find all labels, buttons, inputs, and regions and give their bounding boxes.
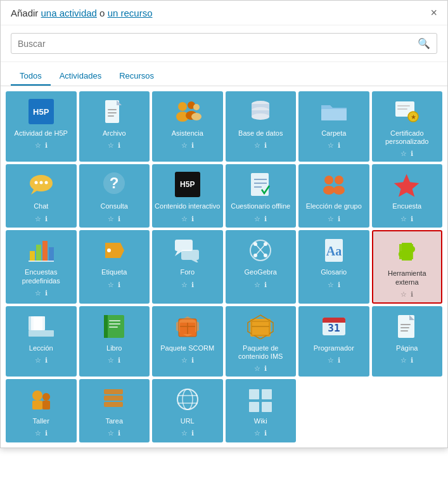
info-glosario[interactable]: ℹ	[338, 281, 340, 289]
item-base-datos[interactable]: Base de datos ☆ ℹ	[226, 91, 297, 162]
star-geogebra[interactable]: ☆	[254, 281, 260, 289]
item-h5p[interactable]: H5P Actividad de H5P ☆ ℹ	[6, 91, 77, 162]
item-encuesta[interactable]: Encuesta ☆ ℹ	[372, 164, 443, 228]
item-paquete-scorm[interactable]: Paquete SCORM ☆ ℹ	[152, 306, 223, 377]
item-cuestionario-offline[interactable]: Cuestionario offline ☆ ℹ	[226, 164, 297, 228]
star-certificado[interactable]: ☆	[400, 150, 407, 158]
star-ims[interactable]: ☆	[254, 364, 260, 373]
item-actions-cuestionario: ☆ ℹ	[254, 215, 267, 223]
star-herramienta[interactable]: ☆	[400, 290, 407, 299]
certificate-icon: ★	[393, 98, 421, 126]
item-pagina[interactable]: Página ☆ ℹ	[372, 306, 443, 377]
star-tarea[interactable]: ☆	[108, 429, 114, 437]
info-carpeta[interactable]: ℹ	[338, 141, 340, 150]
info-pagina[interactable]: ℹ	[411, 356, 413, 364]
info-tarea[interactable]: ℹ	[118, 429, 120, 437]
item-actions-h5p: ☆ ℹ	[35, 141, 48, 150]
item-url[interactable]: URL ☆ ℹ	[152, 379, 223, 442]
star-pagina[interactable]: ☆	[400, 356, 407, 364]
info-geogebra[interactable]: ℹ	[264, 281, 267, 289]
item-consulta[interactable]: ? Consulta ☆ ℹ	[79, 164, 150, 228]
info-libro[interactable]: ℹ	[118, 356, 120, 364]
star-chat[interactable]: ☆	[35, 215, 41, 223]
item-label-leccion: Lección	[29, 344, 53, 352]
star-foro[interactable]: ☆	[181, 281, 188, 289]
item-actions-encuestas-predefinidas: ☆ ℹ	[35, 289, 48, 297]
star-url[interactable]: ☆	[181, 429, 188, 437]
info-etiqueta[interactable]: ℹ	[118, 281, 120, 289]
item-leccion[interactable]: Lección ☆ ℹ	[6, 306, 77, 377]
title-prefix: Añadir	[11, 8, 41, 18]
info-base-datos[interactable]: ℹ	[264, 141, 267, 150]
star-encuesta[interactable]: ☆	[400, 215, 407, 223]
info-h5p[interactable]: ℹ	[45, 141, 48, 150]
item-contenido-interactivo[interactable]: H5P Contenido interactivo ☆ ℹ	[152, 164, 223, 228]
info-certificado[interactable]: ℹ	[411, 150, 413, 158]
item-eleccion-grupo[interactable]: Elección de grupo ☆ ℹ	[298, 164, 369, 228]
star-consulta[interactable]: ☆	[108, 215, 114, 223]
info-asistencia[interactable]: ℹ	[191, 141, 194, 150]
info-url[interactable]: ℹ	[191, 429, 194, 437]
info-taller[interactable]: ℹ	[45, 429, 48, 437]
info-consulta[interactable]: ℹ	[118, 215, 120, 223]
info-contenido-interactivo[interactable]: ℹ	[191, 215, 194, 223]
item-foro[interactable]: Foro ☆ ℹ	[152, 230, 223, 303]
star-contenido-interactivo[interactable]: ☆	[181, 215, 188, 223]
star-h5p[interactable]: ☆	[35, 141, 41, 150]
star-libro[interactable]: ☆	[108, 356, 114, 364]
star-base-datos[interactable]: ☆	[254, 141, 260, 150]
item-label-certificado: Certificado personalizado	[374, 129, 440, 146]
star-wiki[interactable]: ☆	[254, 429, 260, 437]
item-glosario[interactable]: Aa Glosario ☆ ℹ	[298, 230, 369, 303]
star-glosario[interactable]: ☆	[328, 281, 334, 289]
item-herramienta-externa[interactable]: Herramienta externa ☆ ℹ	[372, 230, 443, 303]
star-etiqueta[interactable]: ☆	[108, 281, 114, 289]
info-chat[interactable]: ℹ	[45, 215, 48, 223]
item-programador[interactable]: 31 Programador ☆ ℹ	[298, 306, 369, 377]
item-asistencia[interactable]: Asistencia ☆ ℹ	[152, 91, 223, 162]
item-taller[interactable]: Taller ☆ ℹ	[6, 379, 77, 442]
tab-actividades[interactable]: Actividades	[51, 67, 110, 86]
item-label-url: URL	[181, 417, 195, 425]
info-wiki[interactable]: ℹ	[264, 429, 267, 437]
star-programador[interactable]: ☆	[328, 356, 334, 364]
item-tarea[interactable]: Tarea ☆ ℹ	[79, 379, 150, 442]
star-encuestas-predefinidas[interactable]: ☆	[35, 289, 41, 297]
item-chat[interactable]: Chat ☆ ℹ	[6, 164, 77, 228]
close-button[interactable]: ×	[430, 7, 437, 18]
item-wiki[interactable]: Wiki ☆ ℹ	[226, 379, 297, 442]
tab-todos[interactable]: Todos	[11, 67, 51, 86]
item-geogebra[interactable]: GeoGebra ☆ ℹ	[226, 230, 297, 303]
star-leccion[interactable]: ☆	[35, 356, 41, 364]
info-encuestas-predefinidas[interactable]: ℹ	[45, 289, 48, 297]
item-carpeta[interactable]: Carpeta ☆ ℹ	[298, 91, 369, 162]
item-etiqueta[interactable]: Etiqueta ☆ ℹ	[79, 230, 150, 303]
star-scorm[interactable]: ☆	[181, 356, 188, 364]
item-libro[interactable]: Libro ☆ ℹ	[79, 306, 150, 377]
search-input[interactable]	[18, 39, 418, 49]
info-herramienta[interactable]: ℹ	[411, 290, 413, 299]
info-foro[interactable]: ℹ	[191, 281, 194, 289]
star-cuestionario[interactable]: ☆	[254, 215, 260, 223]
title-link1[interactable]: una actividad	[41, 8, 97, 18]
info-leccion[interactable]: ℹ	[45, 356, 48, 364]
info-encuesta[interactable]: ℹ	[411, 215, 413, 223]
item-paquete-ims[interactable]: Paquete de contenido IMS ☆ ℹ	[226, 306, 297, 377]
star-taller[interactable]: ☆	[35, 429, 41, 437]
info-ims[interactable]: ℹ	[264, 364, 267, 373]
info-eleccion[interactable]: ℹ	[338, 215, 340, 223]
info-archivo[interactable]: ℹ	[118, 141, 120, 150]
star-eleccion[interactable]: ☆	[328, 215, 334, 223]
tab-recursos[interactable]: Recursos	[110, 67, 163, 86]
info-scorm[interactable]: ℹ	[191, 356, 194, 364]
title-link2[interactable]: un recurso	[108, 8, 153, 18]
star-carpeta[interactable]: ☆	[328, 141, 334, 150]
item-certificado[interactable]: ★ Certificado personalizado ☆ ℹ	[372, 91, 443, 162]
star-asistencia[interactable]: ☆	[181, 141, 188, 150]
item-encuestas-predefinidas[interactable]: Encuestas predefinidas ☆ ℹ	[6, 230, 77, 303]
star-archivo[interactable]: ☆	[108, 141, 114, 150]
item-archivo[interactable]: Archivo ☆ ℹ	[79, 91, 150, 162]
info-programador[interactable]: ℹ	[338, 356, 340, 364]
info-cuestionario[interactable]: ℹ	[264, 215, 267, 223]
contenido-interactivo-icon: H5P	[174, 171, 202, 198]
